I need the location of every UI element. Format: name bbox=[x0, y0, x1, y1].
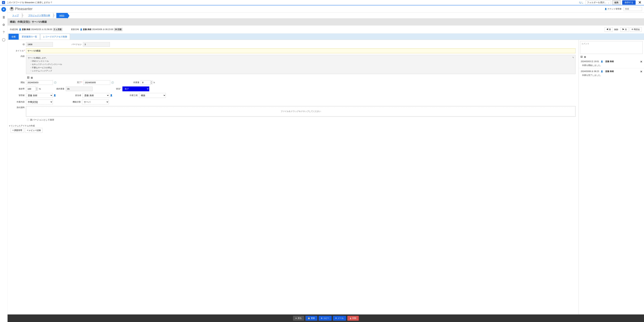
worktype-select[interactable]: 作業[定型] bbox=[26, 100, 53, 104]
add-button[interactable]: + bbox=[1, 7, 6, 12]
attachment-dropzone[interactable]: ファイルをドラッグ＆ドロップしてください bbox=[26, 106, 576, 117]
bitwarden-save-button[interactable]: 保存する bbox=[622, 0, 636, 5]
comment-user: 斎藤 美樹 bbox=[605, 70, 614, 73]
action-footer: ➤戻る 💾更新 ⧉コピー ✉メール 🗑削除 bbox=[8, 314, 644, 322]
copy-button[interactable]: ⧉コピー bbox=[319, 316, 332, 321]
record-counter: 3/23 bbox=[614, 28, 618, 31]
version-label: バージョン bbox=[53, 43, 83, 46]
tab-history[interactable]: 変更履歴の一覧 bbox=[19, 34, 40, 40]
next-record-button[interactable]: ⮞ 次 bbox=[620, 27, 628, 32]
person-icon: 👤 bbox=[80, 28, 82, 31]
updated-relative: 34 日前 bbox=[114, 28, 123, 31]
status-select[interactable]: 完了 bbox=[122, 87, 149, 91]
app-logo[interactable]: Pleasanter bbox=[10, 7, 32, 11]
spinner-down-icon[interactable]: ▾ bbox=[36, 89, 38, 91]
reload-button[interactable]: ⟳ 再読込 bbox=[630, 27, 642, 32]
search-input[interactable] bbox=[624, 7, 642, 11]
chevron-down-icon: ⌄ bbox=[608, 2, 609, 4]
comment-user: 斎藤 美樹 bbox=[605, 60, 614, 63]
comment-toolbar: 🖼 ▦ bbox=[579, 55, 644, 59]
app-header: Pleasanter 👤 テナント管理者 bbox=[8, 5, 644, 13]
spinner-up-icon[interactable]: ▴ bbox=[150, 81, 152, 82]
delete-button[interactable]: 🗑削除 bbox=[347, 316, 359, 321]
clock-icon[interactable]: 🕘 bbox=[111, 81, 114, 84]
breadcrumb-project[interactable]: プロジェクト管理の例 bbox=[25, 13, 53, 18]
filter-icon[interactable]: ≣ bbox=[1, 15, 6, 20]
owner-select[interactable]: 斎藤 美樹 bbox=[82, 93, 109, 98]
remaining-label: 残作業量 bbox=[41, 88, 66, 90]
bitwarden-edit-button[interactable]: 編集 bbox=[612, 0, 621, 5]
bitwarden-folder-select[interactable]: フォルダーを選択... ⌄ bbox=[586, 0, 611, 5]
status-label: 状況* bbox=[92, 88, 122, 90]
finish-label: 完了* bbox=[56, 81, 83, 84]
delete-comment-icon[interactable]: ✕ bbox=[640, 60, 642, 63]
clock-icon[interactable]: 🕘 bbox=[54, 81, 56, 84]
save-new-version-checkbox[interactable] bbox=[27, 119, 29, 121]
breadcrumb: トップ プロジェクト管理の例 WBS bbox=[8, 13, 644, 18]
spinner-down-icon[interactable]: ▾ bbox=[150, 82, 152, 84]
attach-label: 添付資料 bbox=[9, 106, 26, 109]
breadcrumb-top[interactable]: トップ bbox=[9, 13, 22, 18]
help-icon[interactable]: ? bbox=[1, 30, 6, 35]
progress-unit: % bbox=[39, 88, 41, 90]
update-button[interactable]: 💾更新 bbox=[306, 316, 317, 321]
prev-record-button[interactable]: ⮜ 前 bbox=[604, 27, 613, 32]
mail-button[interactable]: ✉メール bbox=[333, 316, 346, 321]
image-icon[interactable]: 🖼 bbox=[580, 56, 582, 58]
bitwarden-close-icon[interactable]: ✕ bbox=[638, 0, 642, 5]
bitwarden-bar: U このパスワードを Bitwarden に保存しますか？ なし フォルダーを選… bbox=[0, 0, 644, 5]
start-label: 開始 bbox=[9, 81, 26, 84]
comment-timestamp: 2024/03/03 日 19:01 bbox=[581, 60, 599, 63]
body-label: 内容 bbox=[9, 55, 26, 58]
comment-input[interactable] bbox=[580, 41, 643, 54]
progress-label: 進捗率 bbox=[9, 88, 26, 90]
delete-comment-icon[interactable]: ✕ bbox=[640, 70, 642, 73]
user-icon[interactable]: ◯ bbox=[1, 37, 6, 42]
tab-general[interactable]: 全般 bbox=[8, 34, 18, 40]
page-title: 構築）作業[定型]）サーバの構築 bbox=[8, 18, 644, 26]
work-unit: h bbox=[154, 81, 155, 84]
back-button[interactable]: ➤戻る bbox=[293, 316, 304, 321]
sidebar: + ≣ ⚙ ? ◯ bbox=[0, 5, 8, 322]
tab-access[interactable]: レコードのアクセス制御 bbox=[40, 34, 70, 40]
create-issue-button[interactable]: + 課題管理 bbox=[10, 128, 24, 133]
funcclass-select[interactable]: サーバ bbox=[82, 100, 109, 104]
gear-icon[interactable]: ⚙ bbox=[1, 23, 6, 27]
pencil-icon[interactable]: ✎ bbox=[572, 56, 574, 59]
manager-label: 管理者 bbox=[9, 94, 26, 97]
app-brand-text: Pleasanter bbox=[15, 7, 32, 11]
remaining-field bbox=[66, 87, 92, 91]
mail-icon: ✉ bbox=[335, 317, 337, 319]
work-amount-input[interactable] bbox=[141, 80, 150, 85]
person-icon: 👤 bbox=[601, 61, 603, 63]
linked-items-header[interactable]: リンクしたアイテムの作成 bbox=[9, 124, 576, 128]
app-logo-icon bbox=[10, 7, 14, 11]
body-display[interactable]: ✎ サーバを構築します。 ・OSのインストール ・セキュリティパッチインストール… bbox=[26, 55, 576, 74]
owner-label: 担当者 bbox=[56, 94, 82, 97]
tenant-label[interactable]: 👤 テナント管理者 bbox=[604, 8, 622, 11]
tabs: 全般 変更履歴の一覧 レコードのアクセス制御 bbox=[8, 34, 644, 40]
table-icon[interactable]: ▦ bbox=[31, 76, 33, 79]
id-label: ID bbox=[9, 43, 26, 46]
bitwarden-folder-label: フォルダーを選択... bbox=[587, 1, 606, 4]
updated-user: 斎藤 美樹 bbox=[83, 28, 92, 31]
process-select[interactable]: 構築 bbox=[139, 93, 166, 98]
trash-icon: 🗑 bbox=[350, 317, 352, 319]
comment-body: 作業を完了しました。 bbox=[581, 74, 642, 77]
breadcrumb-wbs[interactable]: WBS bbox=[56, 13, 68, 18]
image-icon[interactable]: 🖼 bbox=[27, 76, 29, 79]
bitwarden-no-link[interactable]: なし bbox=[579, 1, 584, 4]
spinner-up-icon[interactable]: ▴ bbox=[36, 87, 38, 89]
funcclass-label: 機能分類 bbox=[53, 101, 82, 103]
bitwarden-logo-icon: U bbox=[2, 1, 5, 4]
finish-date-input[interactable] bbox=[83, 80, 110, 85]
title-input[interactable] bbox=[26, 48, 576, 53]
person-icon[interactable]: 👤 bbox=[54, 94, 56, 97]
progress-input[interactable] bbox=[26, 87, 36, 91]
person-icon[interactable]: 👤 bbox=[110, 94, 112, 97]
version-field bbox=[83, 42, 110, 47]
table-icon[interactable]: ▦ bbox=[584, 56, 586, 58]
start-date-input[interactable] bbox=[26, 80, 53, 85]
manager-select[interactable]: 斎藤 美樹 bbox=[26, 93, 53, 98]
create-review-button[interactable]: + レビュー記録 bbox=[25, 128, 42, 133]
